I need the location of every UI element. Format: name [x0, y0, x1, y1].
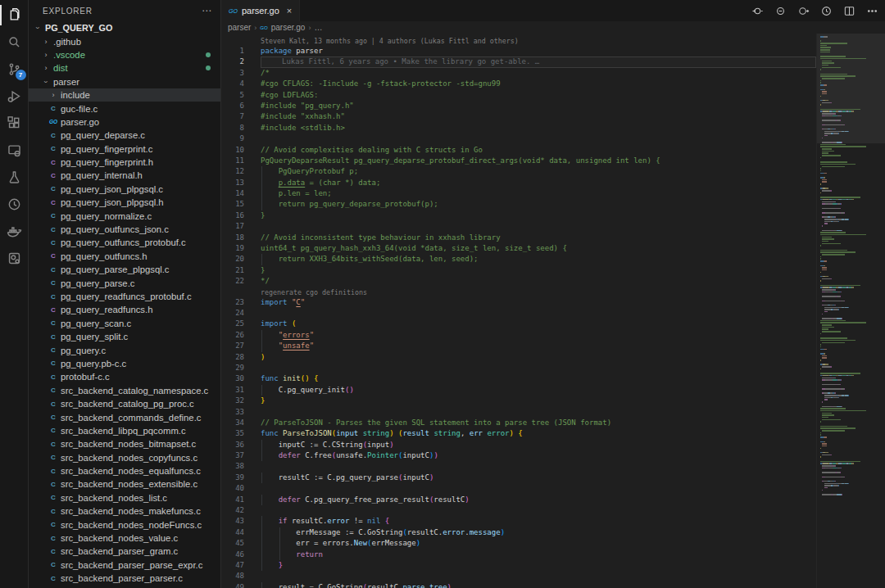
code-line-44[interactable]: 44 errMessage := C.GoString(resultC.erro…: [221, 527, 816, 538]
code-line-4[interactable]: 4#cgo CFLAGS: -Iinclude -g -fstack-prote…: [221, 79, 816, 89]
codelens[interactable]: regenerate cgo definitions: [221, 287, 816, 297]
remote-explorer-icon[interactable]: [0, 137, 29, 164]
code-line-42[interactable]: 42: [221, 505, 816, 516]
code-line-7[interactable]: 7#include "xxhash.h": [221, 111, 816, 122]
code-line-20[interactable]: 20 return XXH3_64bits_withSeed(data, len…: [221, 254, 816, 265]
tree-item-parser-go[interactable]: GOparser.go: [29, 115, 220, 129]
code-line-6[interactable]: 6#include "pg_query.h": [221, 101, 816, 111]
tree-item-src-backend-nodes-extensible-c[interactable]: Csrc_backend_nodes_extensible.c: [29, 477, 220, 491]
code-line-35[interactable]: 35func ParseToJSON(input string) (result…: [221, 428, 816, 439]
tree-item-pg-query-normalize-c[interactable]: Cpg_query_normalize.c: [29, 209, 220, 222]
code-line-37[interactable]: 37 defer C.free(unsafe.Pointer(inputC)): [221, 450, 816, 461]
tree-item--github[interactable]: ›.github: [29, 34, 220, 47]
tree-item-protobuf-c-c[interactable]: Cprotobuf-c.c: [29, 370, 220, 383]
tree-item-src-backend-commands-define-c[interactable]: Csrc_backend_commands_define.c: [29, 410, 220, 423]
tree-item-src-backend-nodes-nodefuncs-c[interactable]: Csrc_backend_nodes_nodeFuncs.c: [29, 518, 220, 531]
tree-item-dist[interactable]: ›dist: [29, 61, 220, 75]
code-line-22[interactable]: 22*/: [221, 276, 816, 287]
code-line-2[interactable]: 2Lukas Fittl, 6 years ago • Make the lib…: [221, 57, 816, 67]
tree-item-guc-file-c[interactable]: Cguc-file.c: [29, 102, 220, 115]
tree-item-parser[interactable]: ›parser: [29, 75, 220, 88]
code-line-16[interactable]: 16}: [221, 210, 816, 221]
code-line-26[interactable]: 26 "errors": [221, 330, 816, 341]
code-line-5[interactable]: 5#cgo LDFLAGS:: [221, 90, 816, 101]
code-line-15[interactable]: 15 return pg_query_deparse_protobuf(p);: [221, 199, 816, 210]
tree-item-src-backend-libpq-pqcomm-c[interactable]: Csrc_backend_libpq_pqcomm.c: [29, 424, 220, 437]
tree-item-pg-query-outfuncs-protobuf-c[interactable]: Cpg_query_outfuncs_protobuf.c: [29, 236, 220, 249]
code-line-48[interactable]: 48: [221, 571, 816, 581]
tree-item-src-backend-nodes-equalfuncs-c[interactable]: Csrc_backend_nodes_equalfuncs.c: [29, 464, 220, 477]
code-line-34[interactable]: 34// ParseToJSON - Parses the given SQL …: [221, 418, 816, 428]
extensions-icon[interactable]: [0, 110, 29, 137]
tree-item-pg-query-readfuncs-protobuf-c[interactable]: Cpg_query_readfuncs_protobuf.c: [29, 290, 220, 303]
tree-item-src-backend-catalog-namespace-c[interactable]: Csrc_backend_catalog_namespace.c: [29, 384, 220, 397]
explorer-icon[interactable]: [0, 2, 29, 29]
code-line-40[interactable]: 40: [221, 483, 816, 494]
breadcrumb-folder[interactable]: parser: [228, 23, 251, 32]
tab-parser-go[interactable]: GO parser.go ×: [221, 0, 300, 21]
tree-item-pg-query-outfuncs-json-c[interactable]: Cpg_query_outfuncs_json.c: [29, 223, 220, 236]
tree-item-src-backend-nodes-copyfuncs-c[interactable]: Csrc_backend_nodes_copyfuncs.c: [29, 451, 220, 464]
tree-item-pg-query-fingerprint-c[interactable]: Cpg_query_fingerprint.c: [29, 142, 220, 156]
tree-item-pg-query-deparse-c[interactable]: Cpg_query_deparse.c: [29, 129, 220, 142]
tree-item-src-backend-parser-parser-c[interactable]: Csrc_backend_parser_parser.c: [29, 572, 220, 585]
explorer-more-actions-icon[interactable]: ⋯: [202, 5, 212, 16]
tree-item-pg-query-outfuncs-h[interactable]: Cpg_query_outfuncs.h: [29, 250, 220, 263]
tree-item-src-backend-parser-gram-c[interactable]: Csrc_backend_parser_gram.c: [29, 545, 220, 558]
tree-item-pg-query-go[interactable]: ›PG_QUERY_GO: [29, 21, 220, 34]
tree-item--vscode[interactable]: ›.vscode: [29, 48, 220, 61]
tree-item-pg-query-parse-c[interactable]: Cpg_query_parse.c: [29, 276, 220, 289]
code-line-27[interactable]: 27 "unsafe": [221, 341, 816, 351]
code-line-3[interactable]: 3/*: [221, 68, 816, 79]
tree-item-src-backend-parser-parse-expr-c[interactable]: Csrc_backend_parser_parse_expr.c: [29, 559, 220, 572]
tree-item-src-backend-nodes-list-c[interactable]: Csrc_backend_nodes_list.c: [29, 491, 220, 504]
code-line-38[interactable]: 38: [221, 461, 816, 472]
code-line-17[interactable]: 17: [221, 221, 816, 232]
code-line-14[interactable]: 14 p.len = len;: [221, 188, 816, 199]
tree-item-pg-query-c[interactable]: Cpg_query.c: [29, 343, 220, 356]
code-line-21[interactable]: 21}: [221, 265, 816, 276]
code-line-29[interactable]: 29: [221, 363, 816, 373]
tree-item-pg-query-parse-plpgsql-c[interactable]: Cpg_query_parse_plpgsql.c: [29, 263, 220, 276]
tree-item-pg-query-fingerprint-h[interactable]: Cpg_query_fingerprint.h: [29, 156, 220, 169]
more-actions-icon[interactable]: [866, 5, 878, 17]
testing-icon[interactable]: [0, 164, 29, 191]
history-icon[interactable]: [0, 191, 29, 218]
code-line-36[interactable]: 36 inputC := C.CString(input): [221, 440, 816, 450]
split-editor-icon[interactable]: [843, 5, 856, 17]
code-line-31[interactable]: 31 C.pg_query_init(): [221, 385, 816, 396]
code-line-46[interactable]: 46 return: [221, 550, 816, 560]
run-debug-icon[interactable]: [0, 83, 29, 110]
code-line-28[interactable]: 28): [221, 352, 816, 363]
tree-item-pg-query-internal-h[interactable]: Cpg_query_internal.h: [29, 169, 220, 182]
tree-item-include[interactable]: ›include: [29, 88, 220, 102]
docker-icon[interactable]: [0, 218, 29, 245]
tree-item-src-backend-catalog-pg-proc-c[interactable]: Csrc_backend_catalog_pg_proc.c: [29, 397, 220, 410]
breadcrumb-file[interactable]: parser.go: [271, 23, 306, 32]
code-line-24[interactable]: 24: [221, 308, 816, 319]
search-icon[interactable]: [0, 29, 29, 56]
tree-item-pg-query-json-plpgsql-c[interactable]: Cpg_query_json_plpgsql.c: [29, 183, 220, 196]
tree-item-src-backend-nodes-makefuncs-c[interactable]: Csrc_backend_nodes_makefuncs.c: [29, 504, 220, 518]
code-line-45[interactable]: 45 err = errors.New(errMessage): [221, 538, 816, 549]
code-line-33[interactable]: 33: [221, 407, 816, 418]
code-editor[interactable]: Steven Kalt, 13 months ago | 4 authors (…: [221, 34, 885, 588]
code-line-49[interactable]: 49 result = C.GoString(resultC.parse_tre…: [221, 582, 816, 588]
code-line-1[interactable]: 1package parser: [221, 46, 816, 57]
code-line-47[interactable]: 47 }: [221, 560, 816, 571]
tree-item-pg-query-json-plpgsql-h[interactable]: Cpg_query_json_plpgsql.h: [29, 196, 220, 209]
tree-item-src-backend-nodes-value-c[interactable]: Csrc_backend_nodes_value.c: [29, 531, 220, 545]
code-line-43[interactable]: 43 if resultC.error != nil {: [221, 516, 816, 527]
code-line-13[interactable]: 13 p.data = (char *) data;: [221, 178, 816, 188]
code-line-8[interactable]: 8#include <stdlib.h>: [221, 123, 816, 133]
code-line-39[interactable]: 39 resultC := C.pg_query_parse(inputC): [221, 473, 816, 483]
code-line-9[interactable]: 9: [221, 133, 816, 144]
minimap[interactable]: [816, 34, 885, 588]
tree-item-src-backend-nodes-bitmapset-c[interactable]: Csrc_backend_nodes_bitmapset.c: [29, 437, 220, 450]
file-settings-icon[interactable]: [0, 245, 29, 272]
tree-item-pg-query-split-c[interactable]: Cpg_query_split.c: [29, 330, 220, 343]
code-line-12[interactable]: 12 PgQueryProtobuf p;: [221, 166, 816, 177]
code-line-18[interactable]: 18// Avoid inconsistent type behaviour i…: [221, 233, 816, 243]
tab-close-icon[interactable]: ×: [287, 6, 292, 16]
code-line-30[interactable]: 30func init() {: [221, 373, 816, 384]
